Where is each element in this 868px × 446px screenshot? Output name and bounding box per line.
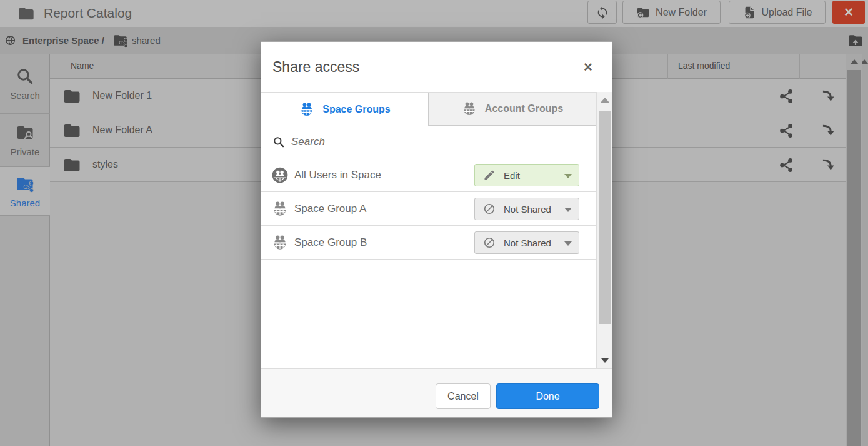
space-group-icon bbox=[271, 200, 289, 218]
cancel-button[interactable]: Cancel bbox=[436, 383, 491, 409]
space-group-icon bbox=[271, 234, 289, 251]
chevron-down-icon bbox=[564, 241, 572, 246]
scrollbar-thumb[interactable] bbox=[599, 111, 611, 324]
search-icon bbox=[272, 136, 285, 148]
dialog-close-button[interactable]: ✕ bbox=[583, 60, 593, 74]
close-x-icon: ✕ bbox=[583, 61, 593, 74]
group-search bbox=[261, 126, 596, 158]
chevron-down-icon bbox=[564, 174, 572, 178]
dialog-title: Share access bbox=[272, 59, 359, 76]
all-users-icon bbox=[271, 166, 289, 184]
permission-dropdown-not-shared[interactable]: Not Shared bbox=[474, 198, 579, 220]
permission-label: Not Shared bbox=[504, 204, 551, 215]
dialog-scrollbar[interactable] bbox=[596, 92, 612, 370]
scroll-down-arrow-icon[interactable] bbox=[601, 358, 609, 363]
permission-dropdown-not-shared[interactable]: Not Shared bbox=[474, 231, 579, 254]
permission-dropdown-edit[interactable]: Edit bbox=[474, 164, 579, 186]
group-row-space-group-a: Space Group A Not Shared bbox=[261, 192, 596, 226]
group-row-all-users: All Users in Space Edit bbox=[261, 158, 596, 192]
people-globe-icon bbox=[299, 101, 315, 118]
group-row-space-group-b: Space Group B Not Shared bbox=[261, 226, 596, 260]
not-shared-icon bbox=[483, 236, 496, 249]
scroll-up-arrow-icon[interactable] bbox=[601, 98, 609, 103]
chevron-down-icon bbox=[564, 208, 572, 212]
not-shared-icon bbox=[483, 203, 496, 215]
permission-label: Not Shared bbox=[504, 238, 551, 248]
tab-space-groups[interactable]: Space Groups bbox=[261, 93, 428, 126]
share-access-dialog: Share access ✕ Space Groups Account Grou… bbox=[261, 41, 612, 418]
people-globe-icon bbox=[461, 101, 477, 117]
tab-label: Space Groups bbox=[322, 104, 390, 115]
tab-label: Account Groups bbox=[485, 103, 563, 114]
group-name: Space Group B bbox=[294, 236, 367, 249]
group-search-input[interactable] bbox=[291, 132, 585, 152]
tab-account-groups[interactable]: Account Groups bbox=[428, 93, 596, 126]
dialog-footer: Cancel Done bbox=[261, 368, 612, 417]
done-button[interactable]: Done bbox=[496, 383, 599, 409]
pencil-icon bbox=[483, 169, 496, 181]
dialog-tabs: Space Groups Account Groups bbox=[261, 92, 596, 126]
group-name: All Users in Space bbox=[294, 169, 381, 181]
group-name: Space Group A bbox=[294, 203, 366, 215]
permission-label: Edit bbox=[504, 170, 520, 181]
